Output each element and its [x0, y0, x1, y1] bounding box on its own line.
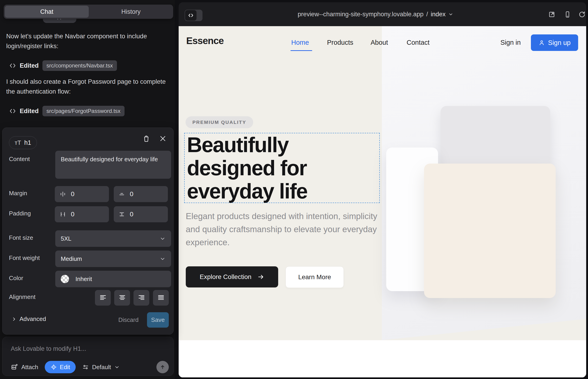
element-editor-panel: тT h1 Content Beautifully designed for e…	[2, 127, 174, 334]
margin-label: Margin	[9, 190, 27, 197]
align-center-icon	[118, 293, 127, 302]
color-label: Color	[9, 275, 23, 282]
color-value: Inherit	[76, 276, 92, 283]
explore-collection-button[interactable]: Explore Collection	[186, 266, 278, 287]
code-toggle-segment[interactable]	[185, 10, 197, 21]
alignment-label: Alignment	[9, 293, 35, 300]
url-separator: /	[426, 11, 428, 18]
chat-composer[interactable]: Ask Lovable to modify H1... Attach Edit …	[2, 337, 174, 376]
align-left-button[interactable]	[95, 290, 111, 306]
trash-icon	[142, 135, 150, 142]
edited-label: Edited	[20, 108, 39, 115]
font-size-select[interactable]: 5XL	[55, 230, 171, 247]
external-link-icon	[548, 11, 556, 18]
edit-mode-label: Edit	[60, 364, 70, 371]
chat-panel: ·· Chat History Now let's update the Nav…	[0, 0, 175, 379]
mobile-view-button[interactable]	[563, 11, 571, 18]
tab-history[interactable]: History	[89, 5, 173, 19]
mobile-icon	[564, 11, 571, 18]
edited-file-row[interactable]: Edited src/components/Navbar.tsx	[9, 59, 117, 72]
element-tag: h1	[24, 139, 31, 146]
padding-label: Padding	[9, 210, 31, 217]
padding-x-icon	[59, 211, 66, 218]
content-input[interactable]: Beautifully designed for everyday life	[55, 151, 171, 179]
delete-element-button[interactable]	[142, 134, 151, 143]
font-weight-select[interactable]: Medium	[55, 251, 171, 267]
hero-heading[interactable]: Beautifully designed for everyday life	[187, 133, 307, 203]
close-icon	[159, 135, 167, 142]
decorative-card-cream	[424, 164, 556, 298]
sign-in-link[interactable]: Sign in	[500, 39, 521, 46]
learn-more-button[interactable]: Learn More	[286, 266, 344, 288]
sign-up-label: Sign up	[548, 39, 571, 47]
code-icon	[9, 62, 16, 69]
advanced-label: Advanced	[19, 316, 46, 323]
typography-icon: тT	[15, 139, 21, 146]
tab-chat-label: Chat	[5, 6, 89, 18]
advanced-toggle[interactable]: Advanced	[11, 316, 46, 323]
refresh-icon	[578, 11, 586, 18]
margin-y-value: 0	[130, 190, 134, 198]
refresh-button[interactable]	[578, 11, 586, 18]
open-in-new-tab-button[interactable]	[548, 11, 556, 18]
close-editor-button[interactable]	[158, 134, 167, 143]
file-chip[interactable]: src/pages/ForgotPassword.tsx	[42, 106, 125, 116]
chevron-down-icon	[160, 236, 166, 242]
url-bar[interactable]: preview--charming-site-symphony.lovable.…	[298, 2, 453, 26]
preview-url: preview--charming-site-symphony.lovable.…	[298, 11, 424, 18]
tab-chat[interactable]: Chat	[5, 6, 89, 18]
align-right-button[interactable]	[134, 290, 149, 306]
send-arrow-icon	[159, 364, 166, 370]
model-selector[interactable]: Default	[82, 364, 120, 371]
hero-heading-line: everyday life	[187, 180, 307, 203]
nav-link-products[interactable]: Products	[327, 39, 353, 46]
element-tag-badge: тT h1	[9, 136, 37, 149]
code-preview-toggle[interactable]	[185, 10, 202, 21]
transparency-swatch	[61, 275, 69, 283]
premium-badge: PREMIUM QUALITY	[186, 116, 253, 128]
file-chip[interactable]: src/components/Navbar.tsx	[42, 60, 117, 71]
attach-image-icon	[11, 363, 18, 371]
margin-y-icon	[118, 191, 125, 198]
padding-y-value: 0	[130, 211, 134, 218]
hero-paragraph: Elegant products designed with intention…	[186, 210, 378, 249]
save-button[interactable]: Save	[147, 312, 169, 328]
margin-x-value: 0	[71, 190, 75, 198]
align-center-button[interactable]	[114, 290, 130, 306]
hero-heading-line: designed for	[187, 157, 307, 180]
sign-up-button[interactable]: Sign up	[531, 34, 578, 51]
padding-y-input[interactable]: 0	[114, 206, 168, 222]
composer-placeholder[interactable]: Ask Lovable to modify H1...	[11, 345, 86, 352]
nav-link-about[interactable]: About	[371, 39, 388, 46]
hero-heading-line: Beautifully	[187, 133, 307, 157]
align-left-icon	[99, 293, 107, 302]
send-button[interactable]	[156, 361, 169, 373]
user-icon	[539, 39, 545, 46]
nav-link-home[interactable]: Home	[291, 39, 309, 46]
font-weight-label: Font weight	[9, 254, 40, 262]
site-viewport: Essence Home Products About Contact Sign…	[179, 26, 586, 377]
chat-history-tabs: Chat History	[4, 5, 173, 19]
margin-y-input[interactable]: 0	[114, 186, 168, 202]
site-logo[interactable]: Essence	[186, 35, 224, 46]
nav-link-contact[interactable]: Contact	[407, 39, 430, 46]
content-label: Content	[9, 156, 30, 163]
margin-x-input[interactable]: 0	[55, 186, 109, 202]
padding-x-value: 0	[71, 211, 75, 218]
color-select[interactable]: Inherit	[55, 271, 171, 287]
attach-button[interactable]: Attach	[11, 363, 38, 371]
preview-path: index	[431, 11, 446, 18]
tab-history-label: History	[121, 8, 140, 15]
align-justify-button[interactable]	[153, 290, 169, 306]
active-nav-underline	[291, 50, 312, 51]
chat-message: Now let's update the Navbar component to…	[6, 31, 168, 51]
discard-button[interactable]: Discard	[118, 316, 139, 323]
align-justify-icon	[157, 293, 165, 302]
explore-collection-label: Explore Collection	[200, 273, 252, 281]
padding-y-icon	[118, 211, 125, 218]
edit-mode-button[interactable]: Edit	[45, 361, 76, 373]
edited-file-row[interactable]: Edited src/pages/ForgotPassword.tsx	[9, 105, 124, 117]
code-icon	[187, 12, 194, 19]
padding-x-input[interactable]: 0	[55, 206, 109, 222]
model-label: Default	[92, 364, 111, 371]
